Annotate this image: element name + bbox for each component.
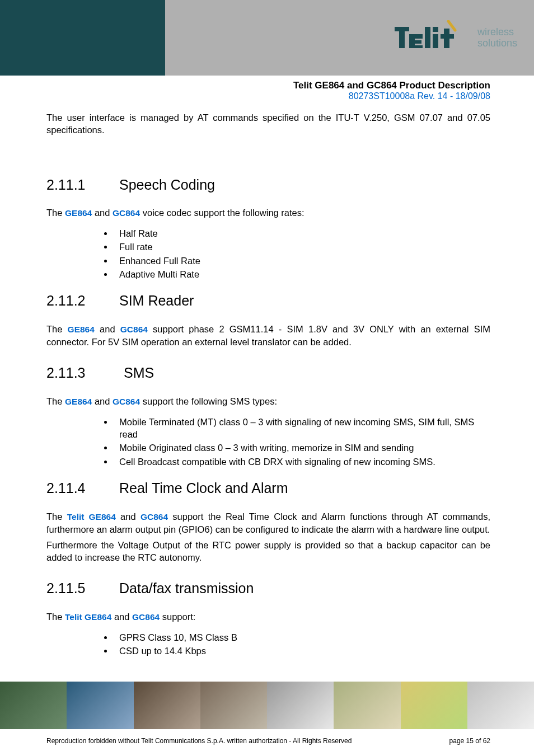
product-link-ge864[interactable]: GE864 [65, 208, 92, 218]
speech-coding-list: Half Rate Full rate Enhanced Full Rate A… [114, 227, 490, 280]
section-lead-s5: The Telit GE864 and GC864 support: [46, 611, 490, 623]
section-number: 2.11.2 [46, 292, 119, 311]
sms-types-list: Mobile Terminated (MT) class 0 – 3 with … [114, 416, 490, 468]
page-header: wireless solutions [0, 0, 534, 76]
section-number: 2.11.4 [46, 479, 119, 498]
svg-rect-1 [433, 34, 438, 48]
document-revision: 80273ST10008a Rev. 14 - 18/09/08 [0, 91, 490, 101]
list-item: Half Rate [114, 227, 490, 240]
section-extra-s4: Furthermore the Voltage Output of the RT… [46, 539, 490, 564]
intro-paragraph: The user interface is managed by AT comm… [46, 111, 490, 137]
section-number: 2.11.5 [46, 579, 119, 598]
footer-image [0, 682, 67, 729]
logo-tagline-line2: solutions [477, 38, 517, 49]
product-link-gc864[interactable]: GC864 [113, 208, 140, 218]
header-color-block [0, 0, 165, 76]
section-heading-sim-reader: 2.11.2 SIM Reader [46, 292, 490, 311]
section-title: Speech Coding [119, 176, 215, 195]
footer-image [467, 682, 534, 729]
list-item: Cell Broadcast compatible with CB DRX wi… [114, 456, 490, 468]
list-item: Mobile Terminated (MT) class 0 – 3 with … [114, 416, 490, 441]
footer-image-strip [0, 682, 534, 729]
list-item: Full rate [114, 241, 490, 253]
section-heading-speech-coding: 2.11.1 Speech Coding [46, 176, 490, 195]
section-heading-rtc-alarm: 2.11.4 Real Time Clock and Alarm [46, 479, 490, 498]
footer-image [401, 682, 467, 729]
datafax-list: GPRS Class 10, MS Class B CSD up to 14.4… [114, 631, 490, 658]
copyright-text: Reproduction forbidden without Telit Com… [46, 737, 352, 745]
product-link-ge864[interactable]: GE864 [65, 397, 92, 406]
list-item: Adaptive Multi Rate [114, 268, 490, 280]
footer-image [267, 682, 334, 729]
product-link-telit-ge864[interactable]: Telit GE864 [67, 512, 116, 522]
section-lead-s3: The GE864 and GC864 support the followin… [46, 395, 490, 408]
list-item: Enhanced Full Rate [114, 255, 490, 267]
document-title: Telit GE864 and GC864 Product Descriptio… [0, 80, 490, 91]
page-content: The user interface is managed by AT comm… [0, 106, 534, 658]
section-lead-s4: The Telit GE864 and GC864 support the Re… [46, 510, 490, 536]
svg-rect-0 [425, 27, 430, 48]
footer-image [134, 682, 200, 729]
header-logo-area: wireless solutions [165, 0, 534, 76]
logo-mark-icon [395, 20, 473, 56]
document-header: Telit GE864 and GC864 Product Descriptio… [0, 76, 534, 106]
footer-line: Reproduction forbidden without Telit Com… [46, 737, 490, 745]
list-item: Mobile Originated class 0 – 3 with writi… [114, 442, 490, 454]
footer-image [334, 682, 400, 729]
section-number: 2.11.1 [46, 176, 119, 195]
section-title: Real Time Clock and Alarm [119, 479, 288, 498]
section-title: SIM Reader [119, 292, 194, 311]
svg-rect-2 [433, 27, 438, 32]
section-heading-sms: 2.11.3 SMS [46, 364, 490, 383]
telit-logo: wireless solutions [395, 20, 517, 56]
section-heading-datafax: 2.11.5 Data/fax transmission [46, 579, 490, 598]
footer-image [200, 682, 267, 729]
product-link-gc864[interactable]: GC864 [140, 512, 168, 522]
section-lead-s1: The GE864 and GC864 voice codec support … [46, 206, 490, 219]
logo-tagline-line1: wireless [477, 27, 517, 38]
section-title: SMS [124, 364, 154, 383]
list-item: CSD up to 14.4 Kbps [114, 645, 490, 657]
section-lead-s2: The GE864 and GC864 support phase 2 GSM1… [46, 323, 490, 348]
product-link-gc864[interactable]: GC864 [132, 612, 160, 622]
product-link-gc864[interactable]: GC864 [120, 325, 148, 334]
product-link-gc864[interactable]: GC864 [113, 397, 140, 406]
footer-image [67, 682, 133, 729]
list-item: GPRS Class 10, MS Class B [114, 631, 490, 644]
product-link-telit-ge864[interactable]: Telit GE864 [65, 612, 111, 622]
logo-tagline: wireless solutions [477, 27, 517, 49]
product-link-ge864[interactable]: GE864 [68, 325, 95, 334]
page-number: page 15 of 62 [449, 737, 490, 745]
section-number: 2.11.3 [46, 364, 119, 383]
section-title: Data/fax transmission [119, 579, 254, 598]
